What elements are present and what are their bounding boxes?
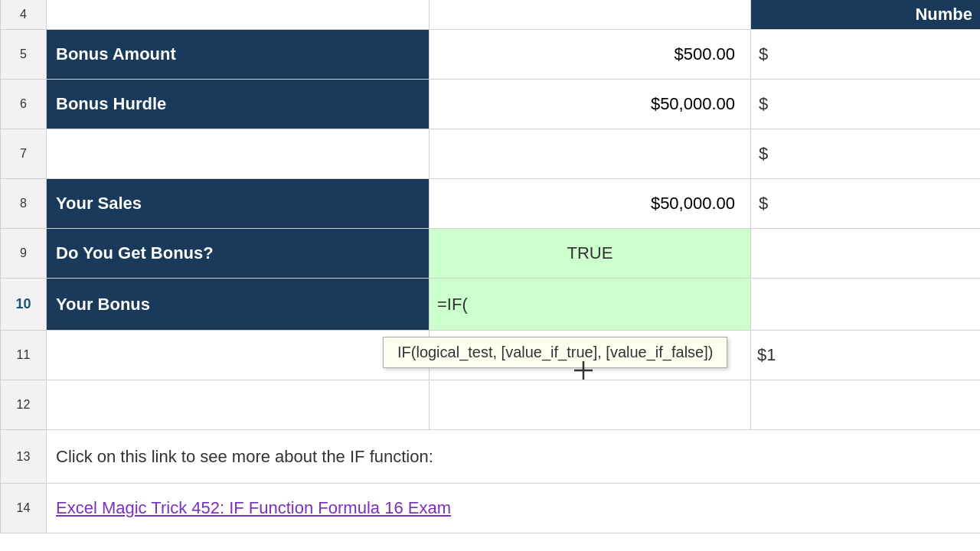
cell-a9[interactable]: Do You Get Bonus? [47,229,430,279]
info-text: Click on this link to see more about the… [56,447,433,466]
table-row: 5 Bonus Amount $500.00 $ [1,30,981,80]
cell-c9[interactable] [751,229,981,279]
table-row: 14 Excel Magic Trick 452: IF Function Fo… [1,484,981,533]
row-number-6: 6 [1,80,47,129]
cell-a6[interactable]: Bonus Hurdle [47,80,430,129]
cell-a11[interactable] [47,331,430,380]
cell-b9[interactable]: TRUE [430,229,751,279]
cell-c12[interactable] [751,380,981,430]
spreadsheet-container: 4 Numbe 5 Bonus Amount $500.00 $ 6 Bonus… [0,0,980,551]
cell-b4[interactable] [430,0,751,30]
row-number-10: 10 [1,279,47,331]
row-number: 4 [1,0,47,30]
row-number-14: 14 [1,484,47,533]
formula-tooltip: IF(logical_test, [value_if_true], [value… [383,337,727,368]
row-number-12: 12 [1,380,47,430]
row-number-9: 9 [1,229,47,279]
cell-a5[interactable]: Bonus Amount [47,30,430,80]
table-row: 8 Your Sales $50,000.00 $ [1,179,981,229]
table-row: 6 Bonus Hurdle $50,000.00 $ [1,80,981,129]
cell-c10[interactable] [751,279,981,331]
cell-b8[interactable]: $50,000.00 [430,179,751,229]
table-row: 12 [1,380,981,430]
cell-b5[interactable]: $500.00 [430,30,751,80]
row-number-5: 5 [1,30,47,80]
table-row: 9 Do You Get Bonus? TRUE [1,229,981,279]
table-row: 4 Numbe [1,0,981,30]
cell-a14[interactable]: Excel Magic Trick 452: IF Function Formu… [47,484,981,533]
cell-a12[interactable] [47,380,430,430]
cell-b10[interactable]: =IF( [430,279,751,331]
cell-b7[interactable] [430,129,751,179]
cell-b6[interactable]: $50,000.00 [430,80,751,129]
table-row: 10 Your Bonus =IF( [1,279,981,331]
excel-link[interactable]: Excel Magic Trick 452: IF Function Formu… [56,498,451,517]
cell-a8[interactable]: Your Sales [47,179,430,229]
cell-a13: Click on this link to see more about the… [47,430,981,484]
cell-b12[interactable] [430,380,751,430]
table-row: 13 Click on this link to see more about … [1,430,981,484]
cell-c11[interactable]: $1 [751,331,981,380]
cell-a7[interactable] [47,129,430,179]
row-number-7: 7 [1,129,47,179]
cell-a4[interactable] [47,0,430,30]
cell-c7[interactable]: $ [751,129,981,179]
table-row: 7 $ [1,129,981,179]
cell-c5[interactable]: $ [751,30,981,80]
row-number-13: 13 [1,430,47,484]
cell-c8[interactable]: $ [751,179,981,229]
cell-c-header: Numbe [751,0,981,30]
cell-a10[interactable]: Your Bonus [47,279,430,331]
mouse-cursor [573,360,594,381]
row-number-8: 8 [1,179,47,229]
row-number-11: 11 [1,331,47,380]
cell-c6[interactable]: $ [751,80,981,129]
